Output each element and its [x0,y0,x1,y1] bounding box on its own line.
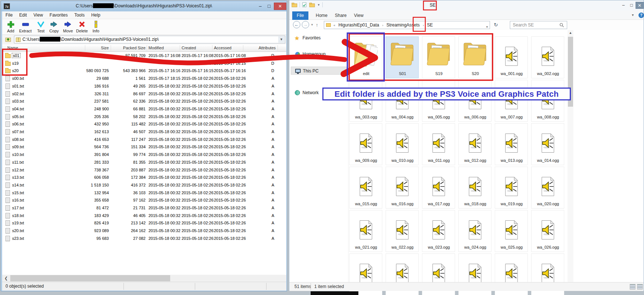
archive-row-s14.txt[interactable]: s14.txt1 518 150416 3722015-05-18 00:322… [2,182,286,189]
menu-tools[interactable]: Tools [71,11,88,18]
archive-row-s20.txt[interactable]: s20.txt923 089264 1622015-05-18 00:32201… [2,227,286,235]
vertical-scrollbar[interactable]: ▲ [568,30,573,282]
menu-file[interactable]: File [2,11,16,18]
file-tile-wa_017.ogg[interactable]: wa_017.ogg [422,167,455,209]
add-button[interactable]: Add [4,20,18,33]
column-header-accessed[interactable]: Accessed [214,46,232,50]
column-header-modified[interactable]: Modified [149,46,164,50]
chevron-down-icon[interactable]: ▼ [317,3,320,7]
ribbon-expand-chevron-icon[interactable]: ▾ [632,13,634,17]
maximize-button[interactable]: □ [627,2,636,9]
file-tile-wa_021.ogg[interactable]: wa_021.ogg [349,210,382,252]
scrollbar-thumb[interactable] [10,275,170,281]
breadcrumb-item-current[interactable]: SE [426,22,434,28]
archive-row-s20[interactable]: s20580 093 725543 383 9662015-05-17 16:1… [2,67,286,75]
sidebar-item-homegroup[interactable]: Homegroup [291,50,347,58]
file-tile-wa_015.ogg[interactable]: wa_015.ogg [349,167,382,209]
extract-button[interactable]: Extract [18,20,32,33]
details-view-button[interactable] [630,284,636,289]
new-folder-icon[interactable] [309,3,315,7]
archive-row-s13.txt[interactable]: s13.txt606 058172 3842015-05-18 00:32201… [2,174,286,181]
archive-row-s03.txt[interactable]: s03.txt237 58162 3362015-05-18 00:322015… [2,98,286,105]
archive-row-s09.txt[interactable]: s09.txt564 736151 3342015-05-18 00:32201… [2,143,286,151]
archive-row-s19.txt[interactable]: s19.txt826 419213 1422015-05-18 00:32201… [2,220,286,227]
archive-row-s12.txt[interactable]: s12.txt738 367203 8872015-05-18 00:32201… [2,167,286,174]
properties-icon[interactable] [302,2,307,7]
column-header-size[interactable]: Size [87,46,109,50]
file-tile-wa_002.ogg[interactable]: wa_002.ogg [531,36,564,78]
delete-button[interactable]: Delete [75,20,89,33]
file-tile-wa_026.ogg[interactable]: wa_026.ogg [531,210,564,252]
file-tile-wa_014.ogg[interactable]: wa_014.ogg [531,123,564,165]
file-tile-wa_007.ogg[interactable]: wa_007.ogg [495,80,528,122]
archive-row-s01.txt[interactable]: s01.txt186 91649 2652015-05-18 00:322015… [2,83,286,90]
file-tile-wa_005.ogg[interactable]: wa_005.ogg [422,80,455,122]
tab-share[interactable]: Share [331,11,350,20]
file-tile-wa_024.ogg[interactable]: wa_024.ogg [458,210,491,252]
info-button[interactable]: Info [89,20,103,33]
horizontal-scrollbar[interactable]: ❮ [2,275,286,282]
file-tile-wa_009.ogg[interactable]: wa_009.ogg [349,123,382,165]
thumbnail-view-button[interactable] [637,284,643,289]
file-tile-wa_010.ogg[interactable]: wa_010.ogg [386,123,419,165]
minimize-button[interactable]: – [619,2,627,9]
close-button[interactable]: ✕ [274,3,286,10]
help-icon[interactable]: ? [638,13,644,18]
file-tile-wa_004.ogg[interactable]: wa_004.ogg [386,80,419,122]
column-header-packed-size[interactable]: Packed Size [112,46,146,50]
file-tile-edit[interactable]: edit [349,36,382,78]
test-button[interactable]: Test [34,20,48,33]
archive-row-s07.txt[interactable]: s07.txt162 61346 5072015-05-18 00:322015… [2,128,286,136]
file-tile-wa_003.ogg[interactable]: wa_003.ogg [349,80,382,122]
search-input[interactable]: Search SE [510,21,567,29]
file-tile-wa_019.ogg[interactable]: wa_019.ogg [495,167,528,209]
close-button[interactable]: ✕ [636,2,644,9]
file-tile-wa_018.ogg[interactable]: wa_018.ogg [458,167,491,209]
scroll-left-arrow-icon[interactable]: ❮ [3,275,9,281]
sidebar-item-this-pc[interactable]: This PC [291,67,347,75]
column-header-attributes[interactable]: Attributes [245,46,276,50]
file-tile-S01[interactable]: S01 [386,36,419,78]
forward-button[interactable]: → [302,21,309,28]
archive-row-s02.txt[interactable]: s02.txt326 31186 6972015-05-18 00:322015… [2,90,286,98]
archive-row-s08.txt[interactable]: s08.txt416 653117 2472015-05-18 00:32201… [2,136,286,143]
scroll-up-arrow-icon[interactable]: ▲ [568,31,573,35]
file-tile-wa_023.ogg[interactable]: wa_023.ogg [422,210,455,252]
archive-row-s01[interactable]: s01105 376 48197 591 7092015-05-17 16:08… [2,52,286,60]
breadcrumb[interactable]: « HigurashiEp01_Data › StreamingAssets ›… [324,21,490,29]
menu-edit[interactable]: Edit [16,11,30,18]
sidebar-item-favorites[interactable]: ★ Favorites [291,34,347,42]
refresh-icon[interactable]: ↻ [492,21,500,29]
column-header-name[interactable]: Name [7,46,18,50]
address-dropdown-chevron-icon[interactable]: ▼ [486,24,489,31]
file-tile-wa_016.ogg[interactable]: wa_016.ogg [386,167,419,209]
tab-file[interactable]: File [292,11,308,20]
file-tile-wa_012.ogg[interactable]: wa_012.ogg [458,123,491,165]
archive-row-s06.txt[interactable]: s06.txt432 950115 4822015-05-18 00:32201… [2,121,286,128]
list-column-headers[interactable]: Name Size Packed Size Modified Created A… [2,45,286,52]
explorer-titlebar[interactable]: ▼ SE – □ ✕ [289,0,644,11]
archive-row-s05.txt[interactable]: s05.txt205 33658 2022015-05-18 00:322015… [2,113,286,121]
archive-row-s10.txt[interactable]: s10.txt391 80499 7742015-05-18 00:322015… [2,151,286,159]
breadcrumb-item[interactable]: StreamingAssets [385,22,421,28]
menu-favorites[interactable]: Favorites [46,11,71,18]
chevron-down-icon[interactable]: ▼ [278,36,285,43]
file-tile-wa_011.ogg[interactable]: wa_011.ogg [422,123,455,165]
tab-view[interactable]: View [350,11,367,20]
menu-view[interactable]: View [30,11,46,18]
up-button[interactable]: ↑ [316,22,318,28]
recent-locations-chevron-icon[interactable]: ▼ [311,23,314,26]
file-tile-wa_008.ogg[interactable]: wa_008.ogg [531,80,564,122]
file-tile-wa_006.ogg[interactable]: wa_006.ogg [458,80,491,122]
archive-row-s19[interactable]: s192015-05-17 16:142015-05-17 16:15D [2,60,286,67]
sevenzip-titlebar[interactable]: 7z C:\Users\Downloads\Higurashi\Higurash… [1,1,287,11]
file-tile-S20[interactable]: S20 [458,36,491,78]
menu-help[interactable]: Help [88,11,104,18]
file-tile-wa_001.ogg[interactable]: wa_001.ogg [495,36,528,78]
breadcrumb-item[interactable]: HigurashiEp01_Data [337,22,380,28]
archive-row-s15.txt[interactable]: s15.txt132 95436 1032015-05-18 00:322015… [2,189,286,197]
archive-row-s11.txt[interactable]: s11.txt281 33381 3552015-05-18 00:322015… [2,159,286,166]
tab-home[interactable]: Home [312,11,331,20]
archive-row-s23.txt[interactable]: s23.txt95 68327 0822015-05-18 00:322015-… [2,235,286,242]
folder-up-icon[interactable] [5,37,11,42]
